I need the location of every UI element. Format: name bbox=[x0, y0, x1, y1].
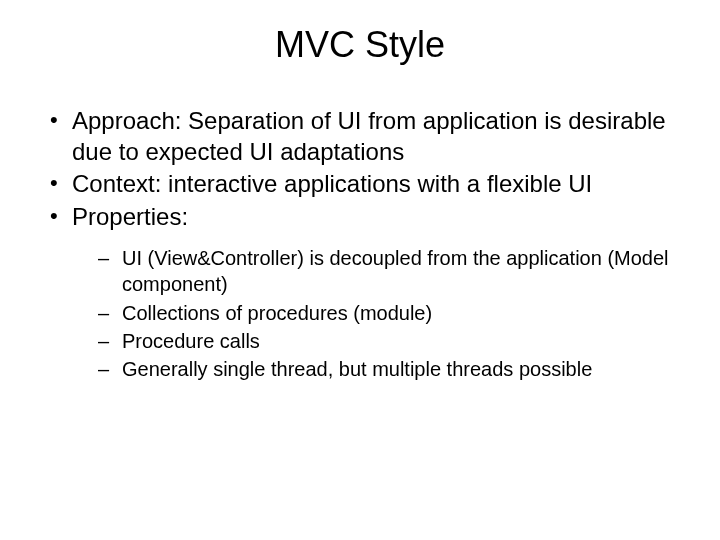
bullet-item: Properties: UI (View&Controller) is deco… bbox=[44, 202, 676, 383]
sub-bullet-list: UI (View&Controller) is decoupled from t… bbox=[92, 245, 676, 383]
sub-bullet-item: Procedure calls bbox=[92, 328, 676, 354]
sub-bullet-item: UI (View&Controller) is decoupled from t… bbox=[92, 245, 676, 298]
sub-bullet-item: Collections of procedures (module) bbox=[92, 300, 676, 326]
slide-title: MVC Style bbox=[0, 24, 720, 66]
sub-bullet-item: Generally single thread, but multiple th… bbox=[92, 356, 676, 382]
bullet-item: Approach: Separation of UI from applicat… bbox=[44, 106, 676, 167]
bullet-text: Properties: bbox=[72, 203, 188, 230]
slide-content: Approach: Separation of UI from applicat… bbox=[0, 106, 720, 383]
bullet-item: Context: interactive applications with a… bbox=[44, 169, 676, 200]
main-bullet-list: Approach: Separation of UI from applicat… bbox=[44, 106, 676, 383]
